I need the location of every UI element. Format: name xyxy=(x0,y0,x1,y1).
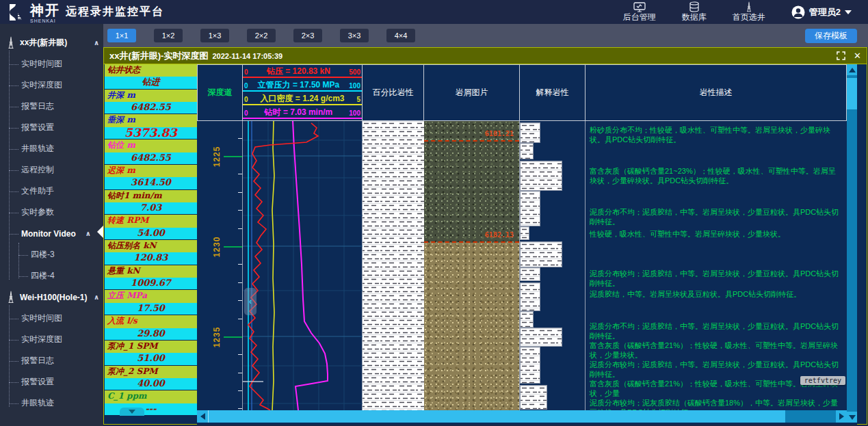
lithology-description: 性较硬，吸水性、可塑性中等。岩屑呈碎块状，少量块状。 xyxy=(590,229,843,239)
sidebar-item-realtime-time-chart-2[interactable]: 实时时间图 xyxy=(9,308,103,329)
depth-label: 1230 xyxy=(212,237,222,258)
column-header-lithology-description: 岩性描述 xyxy=(586,64,847,121)
scroll-right-button[interactable] xyxy=(836,410,847,423)
param-value: 40.00 xyxy=(105,378,197,390)
sidebar-item-remote-control[interactable]: 远程控制 xyxy=(9,159,103,181)
tree-stub xyxy=(9,319,18,319)
track-collapse-handle[interactable]: ‹ xyxy=(244,288,257,315)
param-label: 钻井状态 xyxy=(105,64,197,77)
lithology-description: 泥质分布不均；泥质胶结，中等。岩屑呈块状，少量豆粒状。具PDC钻头切削特征。 xyxy=(590,207,843,226)
sidebar-item-alarm-settings-2[interactable]: 报警设置 xyxy=(9,371,103,392)
param-label: 入流 l/s xyxy=(105,315,197,328)
param-row: 垂深 m5373.83 xyxy=(105,114,197,139)
param-label: 迟深 m xyxy=(105,165,197,177)
user-menu[interactable]: 管理员2 xyxy=(791,5,852,19)
parameter-panel: 钻井状态钻进 井深 m6482.55 垂深 m5373.83 钻位 m6482.… xyxy=(105,64,197,416)
depth-major-tick xyxy=(224,246,242,248)
sidebar-item-realtime-depth-chart[interactable]: 实时深度图 xyxy=(9,75,103,96)
sidebar-item-alarm-log[interactable]: 报警日志 xyxy=(9,96,103,117)
curve-label: 入口密度 = 1.24 g/cm3 xyxy=(248,94,357,104)
horizontal-scrollbar-thumb[interactable] xyxy=(208,410,785,423)
tree-group-monitor-video[interactable]: Monitor Video ∧ xyxy=(9,223,103,244)
param-label: C_1 ppm xyxy=(105,390,197,403)
lithology-block xyxy=(520,267,540,281)
sidebar-item-realtime-time-chart[interactable]: 实时时间图 xyxy=(9,53,103,75)
param-label: 井深 m xyxy=(105,90,197,102)
tree-stub xyxy=(18,255,28,256)
sidebar-item-camera-4f-3[interactable]: 四楼-3 xyxy=(18,244,103,265)
lithology-block xyxy=(520,143,534,159)
nav-admin-console[interactable]: 后台管理 xyxy=(623,2,656,22)
tree-group-well1[interactable]: xx井(新井眼) ∧ xyxy=(0,32,103,53)
close-icon[interactable]: ✕ xyxy=(854,51,861,60)
sidebar-item-realtime-depth-chart-2[interactable]: 实时深度图 xyxy=(9,329,103,350)
collapse-chevron-icon[interactable]: ∧ xyxy=(86,230,91,237)
curve-header-inlet-density[interactable]: 0 入口密度 = 1.24 g/cm3 5 xyxy=(243,94,362,105)
param-label: 钻时1 min/m xyxy=(105,190,197,202)
vertical-scrollbar-thumb[interactable] xyxy=(847,78,857,109)
shenkai-logo-icon xyxy=(7,3,25,21)
curve-label: 钻时 = 7.03 min/m xyxy=(248,107,350,118)
curve-header-standpipe-pressure[interactable]: 0 立管压力 = 17.50 MPa 100 xyxy=(243,80,362,92)
collapse-chevron-icon[interactable]: ∧ xyxy=(94,39,99,46)
item-label: 报警设置 xyxy=(21,376,54,388)
sidebar-item-well-trajectory-2[interactable]: 井眼轨迹 xyxy=(9,392,103,414)
wob-curve xyxy=(248,123,318,410)
save-template-button[interactable]: 保存模板 xyxy=(805,29,857,43)
column-header-cuttings-photo: 岩屑图片 xyxy=(424,64,520,121)
arrow-up-icon xyxy=(849,68,856,72)
param-panel-toggle[interactable] xyxy=(120,408,144,416)
depth-major-tick xyxy=(224,336,242,338)
layout-button-2x3[interactable]: 2×3 xyxy=(293,29,322,42)
cuttings-photo-column: 6181.21 6182.13 xyxy=(424,121,520,410)
nav-database[interactable]: 数据库 xyxy=(682,1,707,22)
user-avatar xyxy=(791,5,805,19)
monitor-video-label: Monitor Video xyxy=(21,229,76,239)
tree-stub xyxy=(9,107,18,107)
expand-icon[interactable] xyxy=(837,51,845,60)
param-row: 钻位 m6482.55 xyxy=(105,139,197,165)
tree-group-well2[interactable]: Wei-H100(Hole-1) ∧ xyxy=(0,287,103,308)
curve-max: 100 xyxy=(349,109,360,118)
layout-toolbar: 1×1 1×2 1×3 2×2 2×3 3×3 4×4 保存模板 xyxy=(103,24,868,47)
lithology-pattern xyxy=(363,121,424,410)
well1-items: 实时时间图 实时深度图 报警日志 报警设置 井眼轨迹 远程控制 文件助手 实时参… xyxy=(9,53,103,287)
param-row: 钻井状态钻进 xyxy=(105,64,197,90)
layout-button-2x2[interactable]: 2×2 xyxy=(247,29,276,42)
param-label: 钻压别名 kN xyxy=(105,240,197,252)
collapse-chevron-icon[interactable]: ∧ xyxy=(94,293,99,301)
layout-button-3x3[interactable]: 3×3 xyxy=(340,29,369,42)
cuttings-photo-lower xyxy=(424,243,519,410)
sidebar-item-file-assistant[interactable]: 文件助手 xyxy=(9,181,103,202)
curve-header-rop[interactable]: 0 钻时 = 7.03 min/m 100 xyxy=(243,107,362,119)
scroll-up-button[interactable] xyxy=(847,64,857,75)
well-tree-sidebar: xx井(新井眼) ∧ 实时时间图 实时深度图 报警日志 报警设置 井眼轨迹 远程… xyxy=(0,24,103,426)
sidebar-item-alarm-settings[interactable]: 报警设置 xyxy=(9,117,103,138)
sidebar-item-camera-4f-4[interactable]: 四楼-4 xyxy=(18,265,103,287)
well2-name: Wei-H100(Hole-1) xyxy=(20,293,87,302)
param-value: 120.83 xyxy=(105,252,197,264)
layout-button-1x1[interactable]: 1×1 xyxy=(107,29,136,42)
sidebar-item-realtime-params[interactable]: 实时参数 xyxy=(9,202,103,223)
arrow-down-icon xyxy=(849,415,856,420)
well2-items: 实时时间图 实时深度图 报警日志 报警设置 井眼轨迹 xyxy=(9,308,103,414)
sidebar-collapse-handle[interactable] xyxy=(97,226,103,238)
tree-stub xyxy=(9,403,18,404)
item-label: 四楼-3 xyxy=(31,249,55,261)
curve-label: 钻压 = 120.83 kN xyxy=(248,66,350,77)
layout-button-1x2[interactable]: 1×2 xyxy=(154,29,183,42)
monitor-video-items: 四楼-3 四楼-4 xyxy=(18,244,103,287)
sidebar-item-well-trajectory[interactable]: 井眼轨迹 xyxy=(9,138,103,159)
vertical-scrollbar[interactable] xyxy=(847,64,857,423)
item-label: 实时深度图 xyxy=(21,334,62,345)
layout-button-4x4[interactable]: 4×4 xyxy=(386,29,415,42)
layout-button-1x3[interactable]: 1×3 xyxy=(200,29,229,42)
horizontal-scrollbar[interactable] xyxy=(197,410,847,423)
curve-header-wob[interactable]: 0 钻压 = 120.83 kN 500 xyxy=(243,66,362,78)
scroll-left-button[interactable] xyxy=(197,410,208,423)
nav-home-well-select[interactable]: 首页选井 xyxy=(733,1,765,22)
tree-stub xyxy=(9,382,18,383)
curve-plot xyxy=(243,121,363,410)
sidebar-item-alarm-log-2[interactable]: 报警日志 xyxy=(9,350,103,371)
scroll-down-button[interactable] xyxy=(847,412,857,423)
